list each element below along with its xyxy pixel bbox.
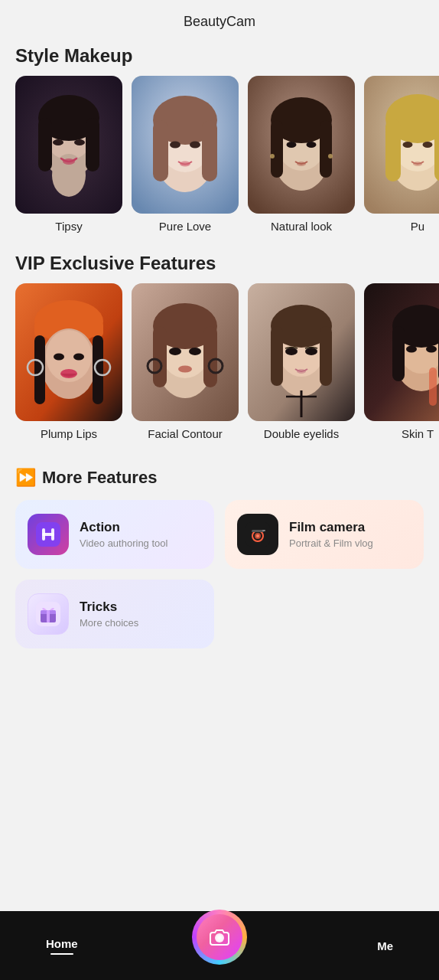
svg-rect-23 xyxy=(271,120,283,178)
svg-point-89 xyxy=(256,534,259,537)
makeup-card-purelove[interactable]: Pure Love xyxy=(132,76,239,233)
svg-point-38 xyxy=(413,162,422,166)
app-header: BeautyCam xyxy=(0,0,439,38)
svg-point-17 xyxy=(190,142,200,149)
feature-card-tricks[interactable]: Tricks More choices xyxy=(15,580,214,648)
makeup-card-natural[interactable]: Natural look xyxy=(248,76,355,233)
action-feature-text: Action Video authoring tool xyxy=(80,520,167,549)
svg-point-80 xyxy=(406,346,417,353)
action-icon-box xyxy=(28,514,69,555)
svg-rect-67 xyxy=(320,326,332,386)
action-sub: Video authoring tool xyxy=(80,537,167,549)
style-makeup-scroll[interactable]: Tipsy xyxy=(0,76,439,245)
svg-rect-90 xyxy=(252,530,264,532)
svg-point-61 xyxy=(178,366,192,373)
me-label: Me xyxy=(377,939,393,952)
svg-point-68 xyxy=(285,348,298,355)
vip-label-skin: Skin T xyxy=(402,427,434,440)
svg-point-9 xyxy=(63,158,75,165)
camera-svg-icon xyxy=(206,924,233,950)
vip-scroll[interactable]: Plump Lips xyxy=(0,283,439,452)
svg-point-26 xyxy=(307,142,317,148)
svg-point-60 xyxy=(189,348,201,355)
film-name: Film camera xyxy=(289,520,373,535)
film-sub: Portrait & Film vlog xyxy=(289,537,373,549)
more-features-section: ⏩ More Features xyxy=(0,452,439,656)
fast-forward-icon: ⏩ xyxy=(15,468,36,488)
vip-card-plumplips[interactable]: Plump Lips xyxy=(15,283,122,440)
vip-card-facial[interactable]: Facial Contour xyxy=(132,283,239,440)
svg-point-98 xyxy=(218,936,221,939)
svg-rect-34 xyxy=(385,119,401,181)
features-grid: Action Video authoring tool xyxy=(15,500,424,648)
svg-point-7 xyxy=(53,139,63,145)
makeup-label-purelove: Pure Love xyxy=(159,220,211,233)
svg-rect-24 xyxy=(320,120,332,178)
tricks-name: Tricks xyxy=(80,599,138,615)
svg-point-18 xyxy=(180,162,190,167)
svg-rect-6 xyxy=(86,118,99,172)
makeup-label-natural: Natural look xyxy=(271,220,332,233)
film-icon-box xyxy=(237,514,278,555)
svg-rect-85 xyxy=(42,533,54,536)
tricks-icon-box xyxy=(28,593,69,635)
camera-icon-inner xyxy=(197,914,242,960)
svg-rect-45 xyxy=(93,335,103,404)
home-label: Home xyxy=(46,937,78,950)
feature-card-action[interactable]: Action Video authoring tool xyxy=(15,500,214,569)
feature-card-film[interactable]: Film camera Portrait & Film vlog xyxy=(225,500,424,569)
vip-card-double[interactable]: Double eyelids xyxy=(248,283,355,440)
svg-rect-66 xyxy=(271,326,283,386)
nav-home[interactable]: Home xyxy=(46,937,78,955)
svg-point-27 xyxy=(270,154,275,158)
svg-point-25 xyxy=(287,142,297,148)
svg-point-16 xyxy=(170,142,180,149)
style-makeup-section: Style Makeup xyxy=(0,38,439,245)
vip-label-double: Double eyelids xyxy=(264,427,339,440)
action-name: Action xyxy=(80,520,167,535)
home-underline xyxy=(50,953,73,955)
vip-label-plumplips: Plump Lips xyxy=(41,427,97,440)
app-title: BeautyCam xyxy=(184,14,255,29)
svg-rect-79 xyxy=(429,368,437,406)
svg-rect-5 xyxy=(38,118,52,172)
camera-button[interactable] xyxy=(192,910,247,965)
vip-title: VIP Exclusive Features xyxy=(0,245,439,283)
svg-point-69 xyxy=(305,348,317,355)
nav-me[interactable]: Me xyxy=(377,939,393,952)
vip-card-skin[interactable]: Skin T xyxy=(364,283,439,440)
svg-point-8 xyxy=(74,139,85,145)
tricks-feature-text: Tricks More choices xyxy=(80,599,138,629)
svg-rect-35 xyxy=(434,119,439,181)
vip-label-facial: Facial Contour xyxy=(148,427,223,440)
svg-point-81 xyxy=(426,346,437,353)
svg-point-49 xyxy=(73,354,84,361)
svg-point-72 xyxy=(297,369,306,374)
svg-point-37 xyxy=(423,142,433,148)
svg-rect-14 xyxy=(153,120,168,181)
svg-rect-77 xyxy=(392,326,405,381)
makeup-card-pu[interactable]: Pu xyxy=(364,76,439,233)
svg-point-59 xyxy=(169,348,181,355)
svg-rect-44 xyxy=(34,335,45,404)
svg-rect-95 xyxy=(47,610,50,622)
svg-point-28 xyxy=(328,154,333,158)
svg-point-36 xyxy=(403,142,413,148)
svg-rect-91 xyxy=(262,530,265,531)
svg-rect-56 xyxy=(203,326,217,387)
makeup-card-tipsy[interactable]: Tipsy xyxy=(15,76,122,233)
makeup-label-tipsy: Tipsy xyxy=(55,220,82,233)
tricks-sub: More choices xyxy=(80,617,138,629)
style-makeup-title: Style Makeup xyxy=(0,38,439,76)
bottom-nav: Home Me xyxy=(0,911,439,980)
film-feature-text: Film camera Portrait & Film vlog xyxy=(289,520,373,549)
svg-point-48 xyxy=(54,354,64,361)
more-features-title: ⏩ More Features xyxy=(15,468,424,488)
svg-point-29 xyxy=(297,162,306,166)
svg-rect-15 xyxy=(202,120,217,181)
vip-section: VIP Exclusive Features xyxy=(0,245,439,452)
makeup-label-pu: Pu xyxy=(411,220,424,233)
svg-rect-55 xyxy=(153,326,167,387)
